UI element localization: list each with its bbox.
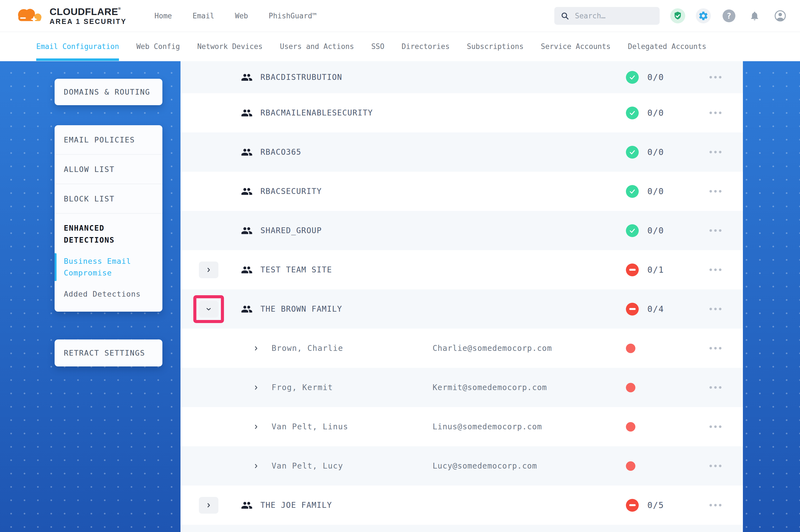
member-count: 0/0 <box>643 72 688 82</box>
account-button[interactable] <box>773 8 788 23</box>
cloudflare-logo[interactable]: CLOUDFLARE® AREA 1 SECURITY <box>13 6 127 26</box>
group-icon <box>241 146 253 158</box>
active-item-indicator <box>55 253 57 281</box>
expand-button[interactable] <box>199 497 218 514</box>
tab-web-config[interactable]: Web Config <box>136 32 180 61</box>
member-email: Kermit@somedemocorp.com <box>433 383 626 392</box>
security-status-button[interactable] <box>670 8 685 23</box>
row-menu-button[interactable] <box>708 384 723 391</box>
sidebar-item-enhanced-detections[interactable]: ENHANCED DETECTIONS <box>64 222 147 246</box>
sidebar-item-email-policies[interactable]: EMAIL POLICIES <box>55 125 162 155</box>
status-ok-badge <box>626 71 639 84</box>
group-icon <box>241 499 253 511</box>
secondary-nav: Email Configuration Web Config Network D… <box>0 32 800 61</box>
sidebar-item-business-email-compromise[interactable]: Business Email Compromise <box>64 255 147 279</box>
table-row-partial <box>181 525 743 532</box>
status-blocked-badge <box>626 264 639 276</box>
sidebar-item-label: DOMAINS & ROUTING <box>64 88 150 96</box>
topbar-actions: ? <box>554 7 788 25</box>
sidebar-item-added-detections[interactable]: Added Detections <box>64 288 147 300</box>
enhanced-detections-section: ENHANCED DETECTIONS Business Email Compr… <box>55 214 162 311</box>
nav-phishguard[interactable]: PhishGuard™ <box>269 12 316 20</box>
row-menu-button[interactable] <box>708 345 723 352</box>
group-icon <box>241 225 253 236</box>
help-button[interactable]: ? <box>722 8 737 23</box>
gear-icon <box>698 11 709 21</box>
search-input[interactable] <box>575 12 654 20</box>
member-count: 0/0 <box>643 108 688 118</box>
tab-network-devices[interactable]: Network Devices <box>197 32 263 61</box>
member-email: Linus@somedemocorp.com <box>433 422 626 431</box>
table-row: Van Pelt, Lucy Lucy@somedemocorp.com <box>181 446 743 486</box>
expand-member-button[interactable] <box>253 384 259 391</box>
group-name: RBACSECURITY <box>260 187 433 196</box>
tab-service-accounts[interactable]: Service Accounts <box>541 32 611 61</box>
row-menu-button[interactable] <box>708 502 723 509</box>
table-row: THE BROWN FAMILY 0/4 <box>181 289 743 329</box>
member-name: Van Pelt, Lucy <box>260 461 433 471</box>
expand-member-button[interactable] <box>253 345 259 352</box>
table-row: SHARED_GROUP 0/0 <box>181 211 743 250</box>
group-name: RBACO365 <box>260 148 433 157</box>
member-status-dot <box>626 422 635 432</box>
primary-nav: Home Email Web PhishGuard™ <box>154 12 317 20</box>
member-email: Charlie@somedemocorp.com <box>433 344 626 353</box>
brand-name: CLOUDFLARE <box>50 6 118 17</box>
sidebar-item-label: Business Email Compromise <box>64 257 131 277</box>
shield-check-icon <box>673 11 683 21</box>
chevron-right-icon <box>205 267 212 273</box>
nav-email[interactable]: Email <box>193 12 214 20</box>
tab-users-and-actions[interactable]: Users and Actions <box>280 32 354 61</box>
group-name: SHARED_GROUP <box>260 226 433 235</box>
settings-button[interactable] <box>696 8 711 23</box>
search-box[interactable] <box>554 7 660 25</box>
row-menu-button[interactable] <box>708 109 723 116</box>
row-menu-button[interactable] <box>708 227 723 234</box>
group-name: TEST TEAM SITE <box>260 265 433 274</box>
expand-member-button[interactable] <box>253 463 259 469</box>
row-menu-button[interactable] <box>708 266 723 273</box>
table-row: RBACSECURITY 0/0 <box>181 172 743 211</box>
sidebar-item-allow-list[interactable]: ALLOW LIST <box>55 155 162 184</box>
settings-sidebar: DOMAINS & ROUTING EMAIL POLICIES ALLOW L… <box>55 79 162 366</box>
expand-member-button[interactable] <box>253 424 259 430</box>
table-row: THE JOE FAMILY 0/5 <box>181 486 743 525</box>
chevron-right-icon <box>205 502 212 509</box>
sidebar-item-retract-settings[interactable]: RETRACT SETTINGS <box>55 340 162 366</box>
directory-table: RBACDISTRUBUTION 0/0 RBACMAILENABLESECUR… <box>181 61 743 532</box>
user-avatar-icon <box>774 10 786 22</box>
group-name: THE BROWN FAMILY <box>260 304 433 314</box>
sidebar-item-block-list[interactable]: BLOCK LIST <box>55 184 162 214</box>
row-menu-button[interactable] <box>708 423 723 430</box>
tab-sso[interactable]: SSO <box>371 32 384 61</box>
row-menu-button[interactable] <box>708 149 723 155</box>
row-menu-button[interactable] <box>708 74 723 81</box>
tab-directories[interactable]: Directories <box>402 32 450 61</box>
row-menu-button[interactable] <box>708 188 723 195</box>
status-ok-badge <box>626 224 639 237</box>
notifications-button[interactable] <box>747 8 762 23</box>
status-blocked-badge <box>626 499 639 512</box>
tab-email-configuration[interactable]: Email Configuration <box>36 32 119 61</box>
member-name: Frog, Kermit <box>260 383 433 392</box>
expand-button[interactable] <box>199 262 218 278</box>
sidebar-item-label: ALLOW LIST <box>64 165 115 174</box>
tab-subscriptions[interactable]: Subscriptions <box>467 32 524 61</box>
status-blocked-badge <box>626 303 639 316</box>
group-icon <box>241 72 253 83</box>
sidebar-item-label: BLOCK LIST <box>64 194 115 203</box>
tab-delegated-accounts[interactable]: Delegated Accounts <box>628 32 706 61</box>
brand-mark: ® <box>118 6 121 11</box>
group-name: RBACMAILENABLESECURITY <box>260 108 433 117</box>
collapse-button[interactable] <box>199 301 218 318</box>
nav-home[interactable]: Home <box>154 12 172 20</box>
member-status-dot <box>626 461 635 471</box>
nav-web[interactable]: Web <box>235 12 248 20</box>
highlight-box <box>193 295 224 323</box>
member-status-dot <box>626 383 635 392</box>
sidebar-item-domains-routing[interactable]: DOMAINS & ROUTING <box>55 79 162 105</box>
table-row: Frog, Kermit Kermit@somedemocorp.com <box>181 368 743 407</box>
row-menu-button[interactable] <box>708 305 723 312</box>
group-name: THE JOE FAMILY <box>260 500 433 510</box>
row-menu-button[interactable] <box>708 462 723 469</box>
